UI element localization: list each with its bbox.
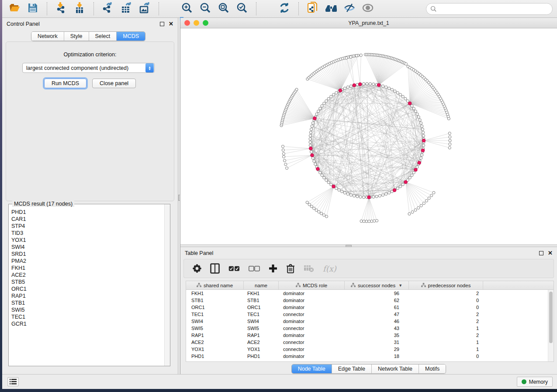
save-session-button[interactable] (25, 1, 41, 16)
graph-leaf-node[interactable] (282, 152, 285, 155)
table-cell[interactable]: 35 (345, 333, 409, 338)
table-cell[interactable]: ORC1 (186, 305, 244, 310)
graph-node[interactable] (411, 174, 413, 176)
column-header-MCDS-role[interactable]: MCDS role (279, 281, 345, 289)
table-row[interactable]: PHD1PHD1dominator180 (186, 353, 548, 360)
graph-node[interactable] (385, 193, 387, 195)
graph-leaf-node[interactable] (318, 210, 320, 213)
table-cell[interactable]: TEC1 (244, 312, 279, 317)
table-cell[interactable]: STB1 (244, 298, 279, 303)
table-cell[interactable]: ACE2 (244, 340, 279, 345)
graph-leaf-node[interactable] (310, 205, 313, 208)
toolbar-search-field[interactable] (426, 3, 553, 15)
graph-mcds-node[interactable] (332, 185, 336, 188)
search-input[interactable] (439, 6, 548, 12)
table-cell[interactable]: YOX1 (186, 347, 244, 352)
column-header-shared-name[interactable]: shared name (186, 281, 244, 289)
table-cell[interactable]: RAP1 (186, 333, 244, 338)
graph-node[interactable] (372, 196, 375, 198)
export-network-button[interactable] (100, 1, 116, 16)
graph-leaf-node[interactable] (447, 117, 450, 120)
table-cell[interactable]: YOX1 (244, 347, 279, 352)
graph-leaf-node[interactable] (417, 206, 420, 209)
graph-node[interactable] (388, 87, 391, 89)
graph-leaf-node[interactable] (425, 199, 428, 202)
result-list-item[interactable]: TID3 (11, 230, 164, 237)
graph-node[interactable] (315, 113, 318, 115)
graph-leaf-node[interactable] (422, 202, 425, 205)
zoom-fit-button[interactable] (216, 1, 232, 16)
graph-mcds-node[interactable] (353, 84, 356, 87)
table-row[interactable]: YOX1YOX1connector291 (186, 346, 548, 353)
graph-leaf-node[interactable] (432, 191, 435, 194)
tab-network-table[interactable]: Network Table (372, 364, 419, 373)
table-cell[interactable]: ORC1 (244, 305, 279, 310)
graph-leaf-node[interactable] (345, 57, 348, 59)
graph-leaf-node[interactable] (308, 203, 311, 206)
table-cell[interactable]: SWI5 (186, 326, 244, 331)
table-cell[interactable]: 1 (409, 340, 483, 345)
result-list-item[interactable]: STB1 (11, 299, 164, 306)
graph-leaf-node[interactable] (420, 204, 422, 207)
graph-leaf-node[interactable] (322, 214, 325, 217)
graph-node[interactable] (309, 134, 311, 137)
graph-leaf-node[interactable] (430, 194, 433, 197)
table-cell[interactable]: 61 (345, 305, 409, 310)
graph-node[interactable] (323, 102, 325, 105)
graph-mcds-node[interactable] (313, 117, 317, 120)
tab-node-table[interactable]: Node Table (292, 364, 332, 373)
export-image-button[interactable] (137, 1, 152, 16)
graph-leaf-node[interactable] (306, 201, 308, 204)
network-canvas[interactable] (180, 28, 557, 244)
graph-node[interactable] (335, 92, 338, 94)
graph-node[interactable] (421, 128, 424, 131)
table-cell[interactable]: RAP1 (244, 333, 279, 338)
tab-edge-table[interactable]: Edge Table (332, 364, 372, 373)
network-window-titlebar[interactable]: YPA_prune.txt_1 (180, 18, 557, 28)
table-scrollbar[interactable] (548, 290, 554, 361)
run-mcds-button[interactable]: Run MCDS (44, 79, 86, 88)
close-panel-button[interactable]: Close panel (92, 79, 136, 88)
table-cell[interactable]: 0 (409, 354, 483, 359)
graph-node[interactable] (321, 174, 323, 176)
settings-gear-button[interactable] (193, 264, 201, 273)
zoom-in-button[interactable] (179, 1, 195, 16)
graph-node[interactable] (375, 195, 378, 198)
table-cell[interactable]: PHD1 (244, 354, 279, 359)
graph-node[interactable] (309, 131, 312, 134)
table-row[interactable]: TEC1TEC1connector472 (186, 311, 548, 318)
graph-mcds-node[interactable] (418, 161, 421, 165)
graph-node[interactable] (420, 122, 422, 124)
graph-node[interactable] (317, 110, 320, 113)
table-cell[interactable]: SWI5 (244, 326, 279, 331)
close-panel-icon[interactable]: ✕ (169, 22, 173, 26)
graph-node[interactable] (372, 83, 375, 86)
graph-node[interactable] (385, 86, 387, 88)
graph-leaf-node[interactable] (283, 159, 286, 162)
graph-node[interactable] (346, 86, 349, 88)
result-list-item[interactable]: PMA2 (11, 258, 164, 265)
graph-node[interactable] (422, 131, 425, 134)
table-cell[interactable]: 2 (409, 291, 483, 296)
graph-leaf-node[interactable] (349, 55, 352, 58)
function-builder-button[interactable]: f(x) (323, 264, 336, 273)
graph-node[interactable] (396, 92, 399, 94)
graph-leaf-node[interactable] (368, 220, 370, 223)
graph-node[interactable] (311, 157, 314, 159)
zoom-selected-button[interactable] (234, 1, 250, 16)
graph-leaf-node[interactable] (428, 197, 430, 199)
graph-node[interactable] (311, 125, 313, 127)
graph-leaf-node[interactable] (315, 209, 318, 211)
graph-node[interactable] (319, 171, 322, 174)
graph-mcds-node[interactable] (316, 167, 320, 171)
result-list-item[interactable]: CAR1 (11, 216, 164, 223)
result-list-item[interactable]: STB5 (11, 279, 164, 285)
column-header-successor-nodes[interactable]: successor nodes▼ (345, 281, 409, 289)
graph-node[interactable] (404, 97, 407, 100)
table-cell[interactable]: 1 (409, 326, 483, 331)
graph-leaf-node[interactable] (360, 220, 363, 222)
graph-node[interactable] (310, 151, 312, 153)
graph-node[interactable] (408, 176, 411, 179)
result-list-item[interactable]: ORC1 (11, 285, 164, 292)
graph-leaf-node[interactable] (448, 132, 451, 134)
